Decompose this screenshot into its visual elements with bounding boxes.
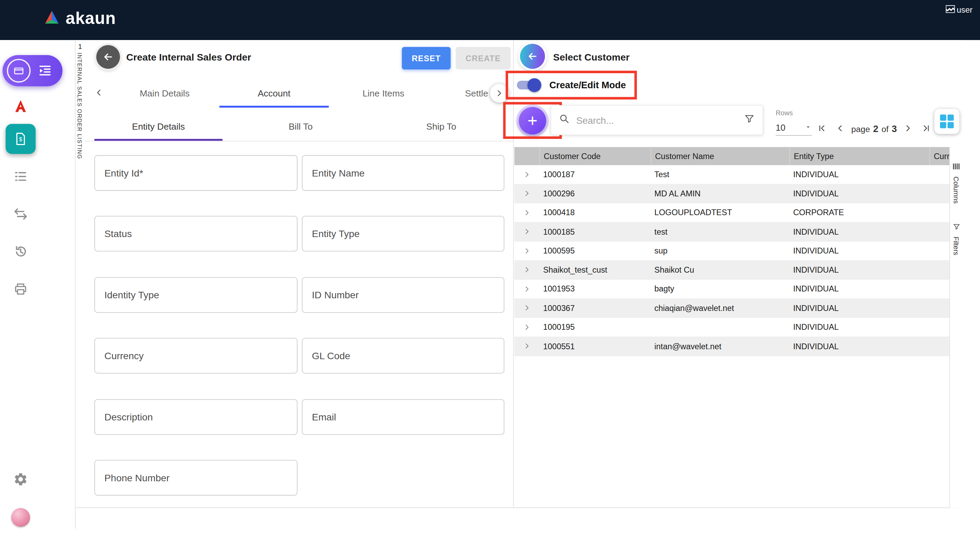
create-edit-mode-label: Create/Edit Mode xyxy=(549,79,626,90)
listing-vertical-label: INTERNAL SALES ORDER LISTING xyxy=(76,53,82,160)
row-expand-chevron-icon[interactable] xyxy=(514,209,539,216)
header-customer-name[interactable]: Customer Name xyxy=(651,147,789,165)
cell-customer-name: intan@wavelet.net xyxy=(651,342,789,351)
header-customer-code[interactable]: Customer Code xyxy=(539,147,651,165)
table-row[interactable]: 1000367 chiaqian@wavelet.net INDIVIDUAL xyxy=(514,299,949,318)
subtab-entity-details[interactable]: Entity Details xyxy=(94,112,223,141)
row-expand-chevron-icon[interactable] xyxy=(514,342,539,350)
settings-gear-icon[interactable] xyxy=(13,472,28,487)
entity-name-field[interactable]: Entity Name xyxy=(302,155,504,191)
create-sales-order-panel: Create Internal Sales Order RESET CREATE… xyxy=(85,40,513,507)
table-row[interactable]: 1000551 intan@wavelet.net INDIVIDUAL xyxy=(514,337,949,356)
table-row[interactable]: 1000187 Test INDIVIDUAL xyxy=(514,165,949,184)
header-entity-type[interactable]: Entity Type xyxy=(789,147,929,165)
grid-view-button[interactable] xyxy=(935,109,959,134)
create-edit-mode-toggle[interactable] xyxy=(517,78,541,92)
prev-page-button[interactable] xyxy=(833,121,847,135)
row-expand-chevron-icon[interactable] xyxy=(514,171,539,178)
entity-id-field[interactable]: Entity Id* xyxy=(94,155,297,191)
tab-account[interactable]: Account xyxy=(220,79,329,107)
cell-customer-name: test xyxy=(651,227,789,236)
row-expand-chevron-icon[interactable] xyxy=(514,304,539,311)
tabs-scroll-next-button[interactable] xyxy=(490,84,509,103)
entity-type-field[interactable]: Entity Type xyxy=(302,216,504,251)
logo-text: akaun xyxy=(65,9,116,29)
row-expand-chevron-icon[interactable] xyxy=(514,190,539,197)
select-customer-back-button[interactable] xyxy=(520,44,545,69)
header-currency[interactable]: Curr xyxy=(929,147,950,165)
back-button[interactable] xyxy=(96,45,120,69)
cell-entity-type: INDIVIDUAL xyxy=(789,170,929,179)
filters-funnel-icon xyxy=(952,222,961,233)
billing-document-button[interactable]: $ xyxy=(5,124,35,154)
cell-entity-type: INDIVIDUAL xyxy=(789,227,929,236)
subtab-bill-to[interactable]: Bill To xyxy=(244,112,357,141)
total-pages-number: 3 xyxy=(891,123,897,133)
subtab-bar: Entity Details Bill To Ship To xyxy=(85,112,513,142)
current-page-number: 2 xyxy=(873,123,878,133)
table-row[interactable]: Shaikot_test_cust Shaikot Cu INDIVIDUAL xyxy=(514,261,949,280)
row-expand-chevron-icon[interactable] xyxy=(514,323,539,331)
table-row[interactable]: 1001953 bagty INDIVIDUAL xyxy=(514,280,949,299)
subtab-ship-to[interactable]: Ship To xyxy=(385,112,498,141)
row-expand-chevron-icon[interactable] xyxy=(514,285,539,293)
next-page-button[interactable] xyxy=(901,121,915,135)
cell-customer-code: 1000185 xyxy=(539,227,651,236)
broken-image-icon xyxy=(945,5,955,15)
akaun-logo-icon xyxy=(44,10,60,27)
list-icon[interactable] xyxy=(13,169,28,184)
user-avatar-broken-image[interactable]: user xyxy=(945,5,972,15)
row-expand-chevron-icon[interactable] xyxy=(514,228,539,235)
cell-customer-code: Shaikot_test_cust xyxy=(539,265,651,274)
table-row[interactable]: 1000185 test INDIVIDUAL xyxy=(514,222,949,241)
columns-tool-button[interactable]: Columns xyxy=(950,162,963,204)
reset-button[interactable]: RESET xyxy=(402,47,451,69)
sales-module-fab[interactable] xyxy=(2,55,62,86)
tab-line-items[interactable]: Line Items xyxy=(329,79,438,107)
history-icon[interactable] xyxy=(13,244,28,259)
gl-code-field[interactable]: GL Code xyxy=(302,338,504,374)
row-expand-chevron-icon[interactable] xyxy=(514,247,539,254)
indent-menu-icon[interactable] xyxy=(38,63,52,81)
table-row[interactable]: 1000195 INDIVIDUAL xyxy=(514,318,949,337)
currency-field[interactable]: Currency xyxy=(94,338,297,374)
cell-entity-type: INDIVIDUAL xyxy=(789,246,929,255)
table-body: 1000187 Test INDIVIDUAL 1000296 MD AL AM… xyxy=(514,165,949,356)
table-row[interactable]: 1000296 MD AL AMIN INDIVIDUAL xyxy=(514,184,949,204)
page-word: page xyxy=(851,124,870,133)
email-field[interactable]: Email xyxy=(302,399,504,435)
profile-avatar[interactable] xyxy=(11,508,30,527)
add-customer-button[interactable] xyxy=(519,107,546,134)
pdf-adobe-icon[interactable] xyxy=(13,99,28,114)
first-page-button[interactable] xyxy=(815,121,829,135)
cell-customer-code: 1000418 xyxy=(539,208,651,217)
rows-per-page-select[interactable]: 10 xyxy=(776,120,812,136)
status-field[interactable]: Status xyxy=(94,216,297,251)
row-expand-chevron-icon[interactable] xyxy=(514,266,539,274)
cell-customer-name: LOGOUPLOADTEST xyxy=(651,208,789,217)
last-page-button[interactable] xyxy=(920,121,933,135)
tabs-scroll-prev-icon[interactable] xyxy=(94,88,103,100)
create-button[interactable]: CREATE xyxy=(455,47,511,69)
tab-main-details[interactable]: Main Details xyxy=(113,79,216,107)
search-bar xyxy=(550,105,763,135)
tab-settle[interactable]: Settle xyxy=(465,79,494,107)
identity-type-field[interactable]: Identity Type xyxy=(94,277,297,313)
rows-per-page-label: Rows xyxy=(776,109,793,116)
filter-funnel-icon[interactable] xyxy=(744,113,755,127)
search-input[interactable] xyxy=(575,114,739,126)
cell-entity-type: INDIVIDUAL xyxy=(789,303,929,313)
description-field[interactable]: Description xyxy=(94,399,297,435)
print-icon[interactable] xyxy=(13,281,28,297)
id-number-field[interactable]: ID Number xyxy=(302,277,504,313)
table-row[interactable]: 1000595 sup INDIVIDUAL xyxy=(514,241,949,261)
select-customer-title: Select Customer xyxy=(553,52,630,63)
cell-customer-name: Test xyxy=(651,170,789,179)
swap-arrows-icon[interactable] xyxy=(13,207,28,222)
payment-icon[interactable] xyxy=(7,59,31,83)
tab-bar: Main Details Account Line Items Settle xyxy=(85,79,513,107)
table-row[interactable]: 1000418 LOGOUPLOADTEST CORPORATE xyxy=(514,203,949,222)
phone-number-field[interactable]: Phone Number xyxy=(94,460,297,495)
filters-tool-button[interactable]: Filters xyxy=(950,222,963,255)
chevron-down-icon xyxy=(804,123,812,133)
